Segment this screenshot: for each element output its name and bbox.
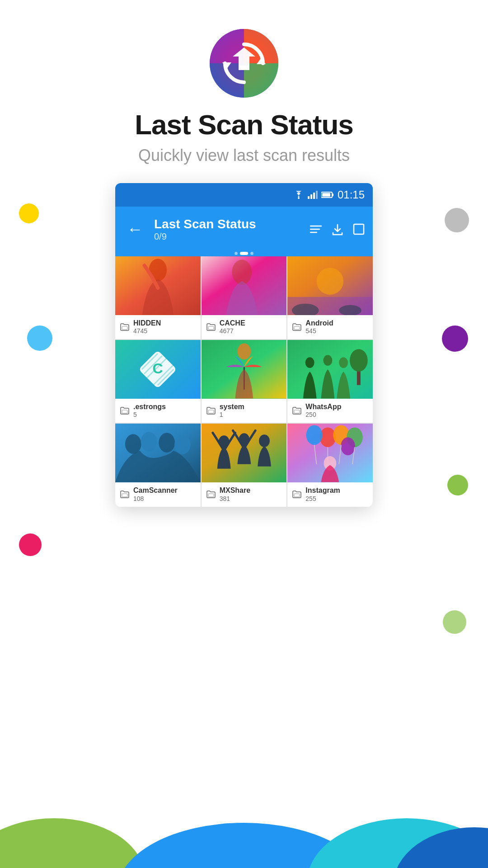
select-all-icon[interactable] bbox=[353, 223, 365, 235]
grid-count-estrongs: 5 bbox=[133, 411, 166, 418]
grid-count-android: 545 bbox=[305, 327, 333, 335]
svg-rect-26 bbox=[294, 326, 300, 330]
grid-name-whatsapp: WhatsApp bbox=[305, 402, 341, 411]
grid-text-camscanner: CamScanner 108 bbox=[133, 486, 178, 502]
grid-name-estrongs: .estrongs bbox=[133, 402, 166, 411]
grid-item-whatsapp[interactable]: WhatsApp 250 bbox=[287, 340, 373, 423]
grid-item-mxshare[interactable]: MXShare 381 bbox=[202, 424, 287, 506]
decorative-dot-light-green bbox=[443, 610, 466, 634]
phone-mockup: 01:15 ← Last Scan Status 0/9 bbox=[115, 183, 373, 507]
svg-point-47 bbox=[125, 434, 141, 454]
grid-count-cache: 4677 bbox=[220, 327, 245, 335]
grid-text-instagram: Instagram 255 bbox=[305, 486, 340, 502]
grid-count-instagram: 255 bbox=[305, 495, 340, 502]
svg-rect-38 bbox=[208, 410, 214, 413]
status-time: 01:15 bbox=[338, 189, 365, 201]
svg-text:C: C bbox=[153, 360, 163, 377]
grid-item-hidden[interactable]: HIDDEN 4745 bbox=[115, 256, 201, 339]
tab-dot-1 bbox=[235, 252, 238, 255]
grid-image-hidden bbox=[115, 256, 201, 315]
grid-name-cache: CACHE bbox=[220, 319, 245, 327]
grid-text-hidden: HIDDEN 4745 bbox=[133, 319, 161, 335]
svg-rect-34 bbox=[122, 410, 127, 413]
grid-image-whatsapp bbox=[287, 340, 373, 399]
grid-name-instagram: Instagram bbox=[305, 486, 340, 495]
download-icon[interactable] bbox=[331, 223, 344, 236]
svg-rect-9 bbox=[332, 193, 333, 196]
grid-item-cache[interactable]: CACHE 4677 bbox=[202, 256, 287, 339]
grid-item-estrongs[interactable]: C .estrongs 5 bbox=[115, 340, 201, 423]
grid-count-mxshare: 381 bbox=[220, 495, 250, 502]
app-bar: ← Last Scan Status 0/9 bbox=[115, 207, 373, 252]
svg-point-55 bbox=[259, 435, 270, 448]
app-logo bbox=[208, 27, 280, 99]
grid-name-system: system bbox=[220, 402, 244, 411]
grid-count-hidden: 4745 bbox=[133, 327, 161, 335]
grid-item-android[interactable]: Android 545 bbox=[287, 256, 373, 339]
grid-info-whatsapp: WhatsApp 250 bbox=[287, 399, 373, 423]
grid-text-android: Android 545 bbox=[305, 319, 333, 335]
svg-point-49 bbox=[159, 433, 175, 453]
grid-count-whatsapp: 250 bbox=[305, 411, 341, 418]
decorative-dot-yellow bbox=[19, 203, 39, 223]
svg-rect-6 bbox=[313, 193, 315, 199]
grid-name-camscanner: CamScanner bbox=[133, 486, 178, 495]
grid-item-camscanner[interactable]: CamScanner 108 bbox=[115, 424, 201, 506]
grid-info-mxshare: MXShare 381 bbox=[202, 482, 287, 506]
tab-dot-3 bbox=[250, 252, 253, 255]
svg-point-37 bbox=[237, 344, 251, 360]
grid-item-system[interactable]: system 1 bbox=[202, 340, 287, 423]
svg-rect-45 bbox=[294, 410, 300, 413]
folder-icon-android bbox=[292, 323, 302, 331]
svg-point-19 bbox=[232, 259, 252, 285]
svg-point-48 bbox=[141, 432, 157, 452]
grid-image-system bbox=[202, 340, 287, 399]
decorative-dot-green bbox=[447, 475, 468, 495]
grid-text-mxshare: MXShare 381 bbox=[220, 486, 250, 502]
svg-rect-7 bbox=[316, 191, 318, 199]
grid-image-estrongs: C bbox=[115, 340, 201, 399]
grid-image-mxshare bbox=[202, 424, 287, 482]
svg-rect-20 bbox=[208, 326, 214, 330]
grid-info-camscanner: CamScanner 108 bbox=[115, 482, 201, 506]
status-bar: 01:15 bbox=[115, 183, 373, 207]
svg-point-69 bbox=[0, 818, 145, 868]
grid-item-instagram[interactable]: Instagram 255 bbox=[287, 424, 373, 506]
svg-rect-51 bbox=[122, 494, 127, 497]
back-button[interactable]: ← bbox=[123, 216, 147, 242]
folder-icon-instagram bbox=[292, 490, 302, 498]
decorative-dot-purple bbox=[442, 326, 468, 352]
svg-point-41 bbox=[350, 349, 368, 372]
svg-rect-5 bbox=[310, 194, 312, 199]
grid-text-estrongs: .estrongs 5 bbox=[133, 402, 166, 418]
grid-image-instagram bbox=[287, 424, 373, 482]
status-icons: 01:15 bbox=[293, 189, 365, 201]
svg-rect-10 bbox=[322, 193, 330, 197]
grid-text-whatsapp: WhatsApp 250 bbox=[305, 402, 341, 418]
tab-dot-2-active bbox=[240, 252, 248, 255]
svg-rect-56 bbox=[208, 494, 214, 497]
folder-icon-system bbox=[206, 406, 216, 415]
grid-info-android: Android 545 bbox=[287, 315, 373, 339]
svg-point-3 bbox=[298, 197, 300, 199]
grid-image-cache bbox=[202, 256, 287, 315]
photo-grid: HIDDEN 4745 bbox=[115, 256, 373, 507]
decorative-dot-pink bbox=[19, 533, 42, 556]
filter-icon[interactable] bbox=[310, 224, 322, 234]
grid-image-camscanner bbox=[115, 424, 201, 482]
grid-info-hidden: HIDDEN 4745 bbox=[115, 315, 201, 339]
svg-point-62 bbox=[341, 438, 355, 456]
svg-point-42 bbox=[305, 357, 314, 368]
grid-count-system: 1 bbox=[220, 411, 244, 418]
tab-indicator bbox=[115, 252, 373, 256]
grid-text-cache: CACHE 4677 bbox=[220, 319, 245, 335]
folder-icon-hidden bbox=[120, 323, 130, 331]
svg-point-61 bbox=[306, 425, 323, 445]
battery-icon bbox=[321, 191, 334, 198]
estrongs-logo: C bbox=[137, 349, 178, 390]
app-bar-subtitle: 0/9 bbox=[154, 231, 302, 242]
grid-image-android bbox=[287, 256, 373, 315]
folder-icon-camscanner bbox=[120, 490, 130, 498]
grid-text-system: system 1 bbox=[220, 402, 244, 418]
grid-info-estrongs: .estrongs 5 bbox=[115, 399, 201, 423]
